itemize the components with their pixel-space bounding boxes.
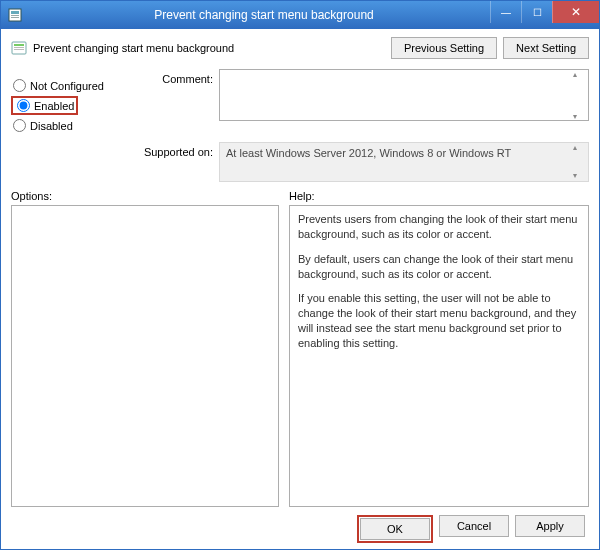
- previous-setting-button[interactable]: Previous Setting: [391, 37, 497, 59]
- svg-rect-5: [14, 44, 24, 46]
- help-label: Help:: [289, 190, 589, 202]
- dialog-window: Prevent changing start menu background —…: [0, 0, 600, 550]
- window-buttons: — ☐ ✕: [490, 1, 599, 23]
- comment-label: Comment:: [141, 69, 219, 85]
- supported-label: Supported on:: [141, 142, 219, 158]
- help-box[interactable]: Prevents users from changing the look of…: [289, 205, 589, 507]
- radio-not-configured-label: Not Configured: [30, 80, 104, 92]
- radio-disabled[interactable]: Disabled: [11, 119, 141, 132]
- highlight-enabled: Enabled: [11, 96, 78, 115]
- highlight-ok: OK: [357, 515, 433, 543]
- scroll-down-icon[interactable]: ▾: [573, 172, 587, 180]
- svg-rect-2: [11, 15, 19, 16]
- radio-enabled[interactable]: Enabled: [11, 96, 141, 115]
- options-box[interactable]: [11, 205, 279, 507]
- close-button[interactable]: ✕: [552, 1, 599, 23]
- supported-text: At least Windows Server 2012, Windows 8 …: [219, 142, 589, 182]
- options-label: Options:: [11, 190, 279, 202]
- comment-textarea[interactable]: [219, 69, 589, 121]
- comment-field-col: ▴▾: [219, 69, 589, 123]
- svg-rect-7: [14, 49, 24, 50]
- scroll-up-icon[interactable]: ▴: [573, 144, 587, 152]
- help-pane: Help: Prevents users from changing the l…: [289, 190, 589, 507]
- app-icon: [7, 7, 23, 23]
- help-text-p1: Prevents users from changing the look of…: [298, 212, 580, 242]
- ok-button[interactable]: OK: [360, 518, 430, 540]
- help-text-p2: By default, users can change the look of…: [298, 252, 580, 282]
- state-and-comment-row: Not Configured Enabled Disabled Comment:: [11, 69, 589, 136]
- panes-row: Options: Help: Prevents users from chang…: [11, 190, 589, 507]
- button-row: OK Cancel Apply: [11, 507, 589, 543]
- scroll-down-icon[interactable]: ▾: [573, 113, 587, 121]
- comment-label-col: Comment:: [141, 69, 219, 85]
- titlebar[interactable]: Prevent changing start menu background —…: [1, 1, 599, 29]
- svg-rect-1: [11, 11, 19, 14]
- help-text-p3: If you enable this setting, the user wil…: [298, 291, 580, 350]
- apply-button[interactable]: Apply: [515, 515, 585, 537]
- header-row: Prevent changing start menu background P…: [11, 37, 589, 59]
- next-setting-button[interactable]: Next Setting: [503, 37, 589, 59]
- radio-not-configured[interactable]: Not Configured: [11, 79, 141, 92]
- svg-rect-3: [11, 17, 19, 18]
- supported-row: Supported on: At least Windows Server 20…: [11, 142, 589, 182]
- svg-rect-6: [14, 47, 24, 48]
- policy-icon: [11, 40, 27, 56]
- supported-label-col: Supported on:: [141, 142, 219, 158]
- supported-field-col: At least Windows Server 2012, Windows 8 …: [219, 142, 589, 182]
- radio-disabled-input[interactable]: [13, 119, 26, 132]
- state-radio-group: Not Configured Enabled Disabled: [11, 69, 141, 136]
- cancel-button[interactable]: Cancel: [439, 515, 509, 537]
- radio-enabled-input[interactable]: [17, 99, 30, 112]
- radio-not-configured-input[interactable]: [13, 79, 26, 92]
- radio-enabled-label: Enabled: [34, 100, 74, 112]
- scroll-up-icon[interactable]: ▴: [573, 71, 587, 79]
- maximize-button[interactable]: ☐: [521, 1, 552, 23]
- policy-name: Prevent changing start menu background: [33, 42, 385, 54]
- radio-disabled-label: Disabled: [30, 120, 73, 132]
- options-pane: Options:: [11, 190, 279, 507]
- minimize-button[interactable]: —: [490, 1, 521, 23]
- dialog-body: Prevent changing start menu background P…: [1, 29, 599, 549]
